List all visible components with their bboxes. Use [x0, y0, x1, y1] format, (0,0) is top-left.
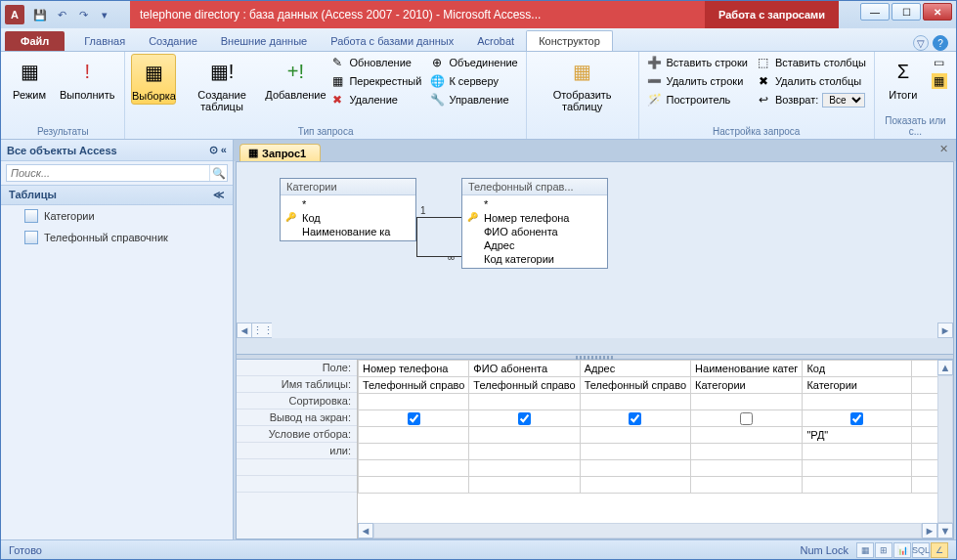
grid-cell[interactable]	[803, 460, 912, 477]
datadef-button[interactable]: 🔧Управление	[427, 91, 519, 108]
view-button[interactable]: ▦ Режим	[7, 54, 52, 103]
totals-button[interactable]: Σ Итоги	[881, 54, 926, 103]
tab-home[interactable]: Главная	[72, 31, 137, 51]
grid-cell[interactable]: Телефонный справо	[580, 377, 690, 394]
grid-cell[interactable]	[469, 460, 580, 477]
crosstab-button[interactable]: ▦Перекрестный	[327, 72, 423, 90]
grid-cell[interactable]: Категории	[691, 377, 803, 394]
tab-external[interactable]: Внешние данные	[209, 31, 319, 51]
tab-close-icon[interactable]: ✕	[936, 143, 950, 156]
app-icon[interactable]: A	[5, 5, 24, 24]
grid-cell[interactable]: Номер телефона	[359, 361, 469, 377]
grid-cell[interactable]	[580, 477, 690, 494]
qat-customize-icon[interactable]: ▾	[95, 5, 114, 24]
grid-cell[interactable]	[691, 427, 803, 444]
grid-cell[interactable]: Категории	[803, 377, 912, 394]
field-star[interactable]: *	[466, 197, 603, 211]
return-select[interactable]: Все	[822, 93, 865, 108]
tab-create[interactable]: Создание	[137, 31, 209, 51]
qat-save-icon[interactable]: 💾	[30, 5, 50, 24]
maximize-button[interactable]: ☐	[892, 3, 921, 21]
file-tab[interactable]: Файл	[5, 31, 65, 51]
view-datasheet-icon[interactable]: ▦	[856, 542, 874, 558]
run-button[interactable]: ! Выполнить	[56, 54, 118, 103]
search-icon[interactable]: 🔍	[209, 165, 227, 181]
field-phone[interactable]: Номер телефона	[466, 211, 603, 225]
field-catcode[interactable]: Код категории	[466, 252, 603, 266]
passthrough-button[interactable]: 🌐К серверу	[427, 72, 519, 90]
params-button[interactable]: ▭	[930, 54, 949, 71]
nav-collapse-icon[interactable]: ⊙ «	[209, 144, 227, 156]
grid-cell[interactable]: Адрес	[580, 361, 690, 377]
show-checkbox[interactable]	[740, 412, 753, 425]
update-button[interactable]: ✎Обновление	[327, 54, 423, 71]
grid-cell[interactable]	[691, 477, 803, 494]
qat-redo-icon[interactable]: ↷	[73, 5, 93, 24]
nav-item-categories[interactable]: Категории	[1, 205, 233, 227]
view-design-icon[interactable]: ∠	[931, 542, 948, 558]
scroll-right-icon[interactable]: ►	[937, 323, 953, 338]
grid-cell[interactable]	[691, 460, 803, 477]
nav-item-directory[interactable]: Телефонный справочник	[1, 227, 233, 248]
grid-vscrollbar-track[interactable]	[937, 375, 953, 523]
grid-cell[interactable]	[359, 427, 469, 444]
grid-cell[interactable]	[691, 444, 803, 460]
tab-design[interactable]: Конструктор	[526, 30, 613, 51]
grid-scrollbar-track[interactable]	[373, 523, 922, 538]
query-design-grid[interactable]: Номер телефонаФИО абонентаАдресНаименова…	[358, 360, 937, 494]
grid-cell[interactable]	[469, 394, 580, 410]
close-button[interactable]: ✕	[923, 3, 952, 21]
grid-cell[interactable]	[580, 460, 690, 477]
delete-cols-button[interactable]: ✖Удалить столбцы	[754, 72, 868, 90]
tab-dbtools[interactable]: Работа с базами данных	[319, 31, 465, 51]
delete-rows-button[interactable]: ➖Удалить строки	[645, 72, 750, 90]
field-address[interactable]: Адрес	[466, 238, 603, 252]
grid-cell[interactable]	[359, 394, 469, 410]
grid-cell[interactable]: Код	[803, 361, 912, 377]
scroll-left-icon[interactable]: ◄	[237, 323, 252, 338]
show-table-button[interactable]: ▦ Отобразить таблицу	[533, 54, 632, 114]
append-button[interactable]: +! Добавление	[268, 54, 325, 103]
grid-cell[interactable]: Телефонный справо	[469, 377, 580, 394]
grid-cell[interactable]	[359, 477, 469, 494]
grid-cell[interactable]	[469, 477, 580, 494]
grid-cell[interactable]	[803, 394, 912, 410]
scrollbar-track[interactable]	[272, 323, 937, 338]
propsheet-button[interactable]: ▦	[930, 72, 949, 90]
maketable-button[interactable]: ▦! Создание таблицы	[180, 54, 263, 114]
grid-scroll-left-icon[interactable]: ◄	[358, 523, 373, 538]
grid-cell[interactable]	[359, 460, 469, 477]
field-name[interactable]: Наименование ка	[284, 225, 412, 238]
grid-cell[interactable]	[359, 444, 469, 460]
table-header-directory[interactable]: Телефонный справ...	[462, 179, 607, 195]
insert-rows-button[interactable]: ➕Вставить строки	[645, 54, 750, 71]
field-fio[interactable]: ФИО абонента	[466, 225, 603, 238]
relationship-line[interactable]	[416, 217, 461, 218]
view-pivot-icon[interactable]: ⊞	[875, 542, 892, 558]
nav-search-input[interactable]	[7, 165, 209, 181]
grid-cell[interactable]: ФИО абонента	[469, 361, 580, 377]
nav-group-tables[interactable]: Таблицы	[9, 189, 57, 201]
view-chart-icon[interactable]: 📊	[893, 542, 911, 558]
minimize-button[interactable]: —	[860, 3, 890, 21]
grid-cell[interactable]	[580, 444, 690, 460]
design-canvas[interactable]: Категории * Код Наименование ка Телефонн…	[237, 162, 953, 338]
show-checkbox[interactable]	[850, 412, 863, 425]
query-tab[interactable]: ▦ Запрос1	[239, 144, 321, 161]
field-kod[interactable]: Код	[284, 211, 412, 225]
ribbon-minimize-icon[interactable]: ▽	[913, 35, 929, 51]
table-header-categories[interactable]: Категории	[281, 179, 415, 195]
grid-cell[interactable]	[580, 427, 690, 444]
grid-cell[interactable]	[580, 394, 690, 410]
tab-acrobat[interactable]: Acrobat	[465, 31, 526, 51]
grid-cell[interactable]	[691, 394, 803, 410]
grid-cell[interactable]	[469, 444, 580, 460]
grid-cell[interactable]: Наименование катег	[691, 361, 803, 377]
grid-scroll-down-icon[interactable]: ▼	[937, 523, 953, 538]
select-query-button[interactable]: ▦ Выборка	[131, 54, 176, 105]
grid-cell[interactable]: "РД"	[803, 427, 912, 444]
help-icon[interactable]: ?	[933, 35, 948, 51]
qat-undo-icon[interactable]: ↶	[52, 5, 71, 24]
nav-header[interactable]: Все объекты Access	[7, 145, 117, 156]
nav-group-collapse-icon[interactable]: ≪	[213, 189, 225, 201]
